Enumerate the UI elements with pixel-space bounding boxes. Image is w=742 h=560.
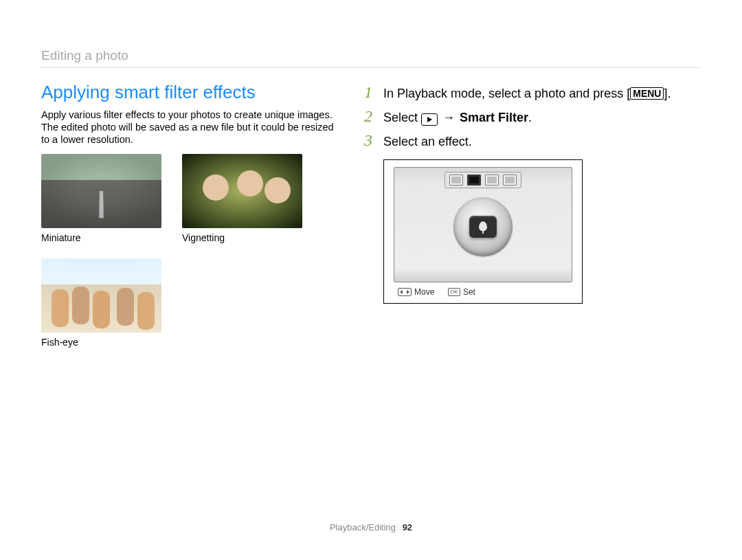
set-label: Set [463, 287, 475, 297]
column-right: 1 In Playback mode, select a photo and p… [364, 79, 701, 348]
page-footer: Playback/Editing 92 [0, 522, 742, 533]
step-2-prefix: Select [383, 111, 421, 124]
step-1-prefix: In Playback mode, select a photo and pre… [383, 87, 630, 100]
intro-paragraph: Apply various filter effects to your pho… [41, 109, 337, 146]
thumbnail-label: Miniature [41, 232, 161, 243]
example-thumbnails: Miniature Vignetting Fish-eye [41, 154, 337, 348]
lcd-footer: Move OK Set [394, 285, 572, 299]
example-miniature: Miniature [41, 154, 161, 243]
example-vignetting: Vignetting [182, 154, 302, 243]
step-3: 3 Select an effect. [364, 131, 701, 150]
thumbnail-label: Vignetting [182, 232, 302, 243]
step-number: 2 [364, 107, 376, 126]
smart-filter-icon [469, 216, 497, 238]
playback-icon [421, 113, 438, 126]
step-text: In Playback mode, select a photo and pre… [383, 87, 671, 101]
set-hint: OK Set [448, 287, 475, 297]
step-1: 1 In Playback mode, select a photo and p… [364, 83, 701, 102]
content-columns: Applying smart filter effects Apply vari… [41, 79, 701, 348]
lcd-tab-active [467, 175, 481, 186]
example-fisheye: Fish-eye [41, 258, 161, 348]
thumbnail-fisheye [41, 258, 161, 333]
camera-lcd-screenshot: Move OK Set [383, 159, 583, 304]
arrow-right-icon: → [442, 111, 455, 124]
lcd-tab [503, 175, 517, 186]
manual-page: Editing a photo Applying smart filter ef… [0, 0, 742, 560]
footer-page-number: 92 [403, 522, 412, 533]
arrow-keys-icon [398, 288, 412, 296]
step-text: Select an effect. [383, 135, 472, 149]
ok-key-icon: OK [448, 288, 460, 296]
move-label: Move [414, 287, 434, 297]
lcd-tab [485, 175, 499, 186]
thumbnail-vignetting [182, 154, 302, 228]
section-title: Applying smart filter effects [41, 82, 337, 103]
lcd-tab-strip [445, 172, 521, 188]
step-text: Select → Smart Filter. [383, 111, 532, 126]
thumbnail-miniature [41, 154, 161, 228]
lcd-tab [449, 175, 463, 186]
step-number: 1 [364, 83, 376, 102]
breadcrumb: Editing a photo [41, 48, 701, 68]
lcd-canvas [394, 167, 572, 282]
menu-button-icon: MENU [630, 87, 664, 100]
move-hint: Move [398, 287, 434, 297]
step-2-suffix: . [528, 111, 532, 124]
step-2: 2 Select → Smart Filter. [364, 107, 701, 126]
step-1-suffix: ]. [664, 87, 671, 100]
selection-dial [453, 197, 513, 256]
footer-section: Playback/Editing [330, 522, 396, 533]
step-2-bold: Smart Filter [460, 111, 528, 124]
column-left: Applying smart filter effects Apply vari… [41, 79, 337, 348]
thumbnail-label: Fish-eye [41, 337, 161, 348]
step-number: 3 [364, 131, 376, 150]
